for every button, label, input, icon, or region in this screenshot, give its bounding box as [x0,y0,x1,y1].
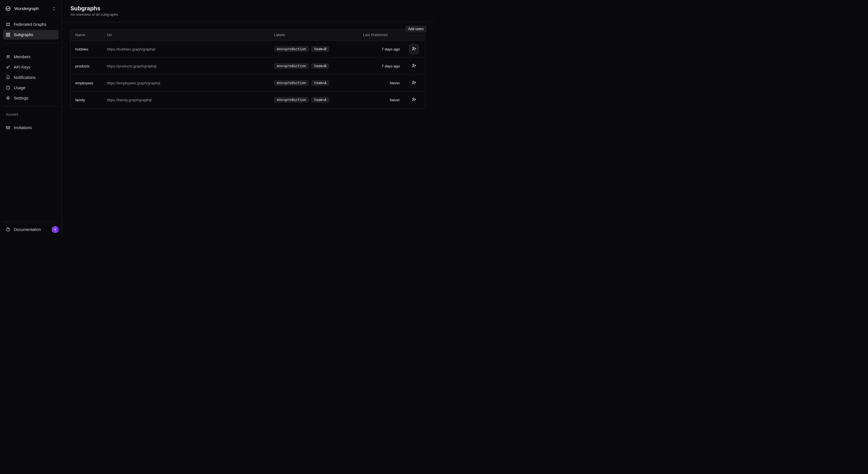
page-subtitle: An overview of all subgraphs [70,12,425,16]
nav-api-keys[interactable]: API Keys [3,62,59,72]
nav-federated-graphs[interactable]: Federated Graphs [3,20,59,29]
nav-label: Subgraphs [14,32,33,37]
th-published: Last Published [359,29,404,40]
label-chip: team=B [311,46,329,52]
cell-name: hobbies [71,44,102,55]
members-icon [6,55,10,59]
add-users-button[interactable] [409,95,419,105]
add-users-button[interactable] [409,78,419,88]
label-chip: team=A [311,80,329,86]
cell-labels: env=productionteam=A [270,77,359,89]
nav-label: Notifications [14,75,36,80]
cell-last-published: 7 days ago [359,61,404,72]
nav-label: Members [14,55,30,59]
cell-url: https://products.graph/graphql [102,61,270,72]
nav-section-account: Invitations [3,123,59,133]
cell-labels: env=productionteam=A [270,94,359,106]
nav-label: Usage [14,86,25,90]
svg-rect-7 [6,35,8,36]
svg-rect-5 [6,33,8,34]
add-user-icon [411,97,416,103]
svg-point-11 [7,67,8,68]
svg-rect-6 [8,33,10,34]
svg-point-18 [413,81,414,82]
nav-settings[interactable]: Settings [3,93,59,103]
add-users-button[interactable] [409,61,419,71]
add-users-button[interactable] [409,44,419,54]
cell-last-published: Never [359,77,404,89]
th-name: Name [71,29,102,40]
svg-point-17 [413,64,414,65]
cell-name: products [71,61,102,72]
user-avatar[interactable]: f [52,226,59,233]
subgraphs-icon [6,32,10,37]
nav-subgraphs[interactable]: Subgraphs [3,30,59,40]
org-name: Wundergraph [14,6,39,11]
nav-section-secondary: Members API Keys Notifications Usage Set… [3,52,59,103]
label-chip: env=production [274,63,309,69]
sidebar-footer: Documentation f [3,222,59,234]
table-row[interactable]: familyhttps://family.graph/graphqlenv=pr… [71,92,425,108]
avatar-initial: f [55,228,56,231]
help-circle-icon [6,227,10,232]
add-user-icon [411,63,416,69]
table-wrapper: Add users Name Url Labels Last Published… [70,29,425,108]
main: Subgraphs An overview of all subgraphs A… [62,0,434,237]
page-title: Subgraphs [70,5,425,12]
sidebar: Wundergraph Federated Graphs Subgraphs M… [0,0,62,237]
org-switcher[interactable]: Wundergraph [3,3,59,14]
cell-name: employees [71,77,102,89]
cell-action [404,75,425,91]
page-header: Subgraphs An overview of all subgraphs [62,0,434,22]
svg-point-4 [9,25,10,26]
table-row[interactable]: hobbieshttps://hobbies.graph/graphqlenv=… [71,41,425,58]
notifications-icon [6,75,10,80]
settings-icon [6,96,10,100]
nav-members[interactable]: Members [3,52,59,62]
cell-url: https://employees.graph/graphql [102,77,270,89]
svg-point-1 [7,23,7,24]
cell-url: https://family.graph/graphql [102,94,270,106]
th-url: Url [102,29,270,40]
add-user-icon [411,80,416,86]
page-content: Add users Name Url Labels Last Published… [62,22,434,115]
cell-last-published: Never [359,94,404,106]
cell-labels: env=productionteam=B [270,60,359,72]
svg-point-15 [8,230,8,231]
nav-divider [3,106,59,107]
th-labels: Labels [270,29,359,40]
table-row[interactable]: productshttps://products.graph/graphqlen… [71,58,425,75]
table-header-row: Name Url Labels Last Published [71,29,425,41]
label-chip: team=B [311,63,329,69]
nav-section-primary: Federated Graphs Subgraphs [3,20,59,40]
label-chip: team=A [311,97,329,103]
documentation-link[interactable]: Documentation [5,225,49,234]
nav-label: Invitations [14,125,32,130]
nav-label: Federated Graphs [14,22,46,27]
label-chip: env=production [274,80,309,86]
label-chip: env=production [274,97,309,103]
nav-label: API Keys [14,65,30,69]
cell-action [404,92,425,108]
table-row[interactable]: employeeshttps://employees.graph/graphql… [71,75,425,92]
svg-rect-13 [6,127,10,129]
nav-invitations[interactable]: Invitations [3,123,59,133]
svg-point-3 [7,25,7,26]
cell-labels: env=productionteam=B [270,43,359,55]
svg-point-9 [7,55,8,57]
nav-label: Settings [14,96,28,100]
nav-account-heading: Account [3,110,59,117]
svg-point-2 [9,23,10,24]
th-action [404,29,425,40]
svg-point-16 [413,47,414,48]
nav-notifications[interactable]: Notifications [3,73,59,82]
wundergraph-logo-icon [5,6,11,11]
svg-point-19 [413,98,414,99]
table-body: hobbieshttps://hobbies.graph/graphqlenv=… [71,41,425,108]
label-chip: env=production [274,46,309,52]
usage-icon [6,86,10,90]
nav-usage[interactable]: Usage [3,83,59,93]
cell-action [404,58,425,74]
cell-url: https://hobbies.graph/graphql [102,44,270,55]
cell-last-published: 7 days ago [359,44,404,55]
